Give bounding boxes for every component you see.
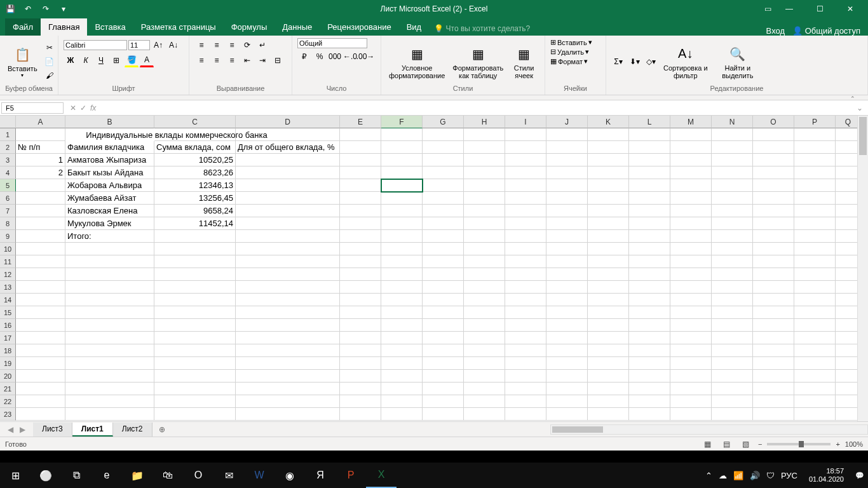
ribbon-options-icon[interactable]: ▭ — [764, 4, 771, 13]
cell-E11[interactable] — [340, 255, 381, 268]
row-header-4[interactable]: 4 — [0, 166, 16, 179]
align-right-icon[interactable]: ≡ — [225, 53, 239, 67]
cell-G1[interactable] — [423, 128, 464, 141]
cell-K16[interactable] — [588, 319, 629, 332]
cell-A8[interactable] — [16, 217, 65, 230]
share-button[interactable]: 👤 Общий доступ — [792, 26, 860, 36]
cell-F15[interactable] — [381, 306, 423, 319]
cancel-formula-icon[interactable]: ✕ — [70, 104, 76, 112]
cell-J22[interactable] — [546, 395, 588, 408]
taskbar-explorer-icon[interactable]: 📁 — [122, 463, 153, 488]
cell-A16[interactable] — [16, 319, 65, 332]
cell-N21[interactable] — [712, 383, 753, 395]
tab-insert[interactable]: Вставка — [87, 18, 133, 36]
cell-G16[interactable] — [423, 319, 464, 332]
cell-I6[interactable] — [505, 192, 546, 205]
cell-G7[interactable] — [423, 205, 464, 217]
cell-H19[interactable] — [464, 357, 505, 370]
cell-A15[interactable] — [16, 306, 65, 319]
cell-C12[interactable] — [154, 268, 236, 281]
cell-J4[interactable] — [546, 166, 588, 179]
tab-formulas[interactable]: Формулы — [224, 18, 275, 36]
cell-L12[interactable] — [629, 268, 670, 281]
cell-F22[interactable] — [381, 395, 423, 408]
cell-L14[interactable] — [629, 294, 670, 306]
cell-P2[interactable] — [794, 141, 836, 154]
cell-M14[interactable] — [670, 294, 712, 306]
cell-M4[interactable] — [670, 166, 712, 179]
cell-H14[interactable] — [464, 294, 505, 306]
wrap-text-button[interactable]: ↵ — [255, 38, 269, 52]
cell-O9[interactable] — [753, 230, 794, 243]
cell-M2[interactable] — [670, 141, 712, 154]
cell-M11[interactable] — [670, 255, 712, 268]
cell-F12[interactable] — [381, 268, 423, 281]
cell-H6[interactable] — [464, 192, 505, 205]
cell-D10[interactable] — [236, 243, 340, 255]
row-header-2[interactable]: 2 — [0, 141, 16, 154]
cell-H2[interactable] — [464, 141, 505, 154]
row-header-15[interactable]: 15 — [0, 306, 16, 319]
cell-N2[interactable] — [712, 141, 753, 154]
tab-review[interactable]: Рецензирование — [320, 18, 398, 36]
cell-J8[interactable] — [546, 217, 588, 230]
cell-O1[interactable] — [753, 128, 794, 141]
clear-button[interactable]: ◇▾ — [644, 55, 658, 69]
cell-C21[interactable] — [154, 383, 236, 395]
tray-wifi-icon[interactable]: 📶 — [733, 471, 743, 480]
cell-K4[interactable] — [588, 166, 629, 179]
tab-page-layout[interactable]: Разметка страницы — [133, 18, 224, 36]
format-painter-button[interactable]: 🖌 — [43, 69, 57, 83]
cell-O10[interactable] — [753, 243, 794, 255]
cell-G21[interactable] — [423, 383, 464, 395]
cell-E3[interactable] — [340, 154, 381, 166]
cell-M22[interactable] — [670, 395, 712, 408]
taskbar-clock[interactable]: 18:57 01.04.2020 — [805, 467, 848, 484]
cell-P15[interactable] — [794, 306, 836, 319]
row-header-11[interactable]: 11 — [0, 255, 16, 268]
minimize-button[interactable]: — — [776, 0, 802, 18]
cell-C17[interactable] — [154, 332, 236, 344]
cell-G13[interactable] — [423, 281, 464, 294]
row-header-9[interactable]: 9 — [0, 230, 16, 243]
cell-I7[interactable] — [505, 205, 546, 217]
cell-F3[interactable] — [381, 154, 423, 166]
cell-A9[interactable] — [16, 230, 65, 243]
merge-button[interactable]: ⊟ — [271, 53, 285, 67]
cell-F4[interactable] — [381, 166, 423, 179]
cell-C15[interactable] — [154, 306, 236, 319]
cell-F14[interactable] — [381, 294, 423, 306]
task-view-icon[interactable]: ⧉ — [61, 463, 92, 488]
cell-A1[interactable] — [16, 128, 65, 141]
cell-M6[interactable] — [670, 192, 712, 205]
cell-A13[interactable] — [16, 281, 65, 294]
cell-L4[interactable] — [629, 166, 670, 179]
cell-N7[interactable] — [712, 205, 753, 217]
cell-F8[interactable] — [381, 217, 423, 230]
row-header-18[interactable]: 18 — [0, 344, 16, 357]
cell-F20[interactable] — [381, 370, 423, 383]
cell-L1[interactable] — [629, 128, 670, 141]
cell-I1[interactable] — [505, 128, 546, 141]
cell-H7[interactable] — [464, 205, 505, 217]
cell-J12[interactable] — [546, 268, 588, 281]
cell-F16[interactable] — [381, 319, 423, 332]
cell-N20[interactable] — [712, 370, 753, 383]
cell-A3[interactable]: 1 — [16, 154, 65, 166]
cell-C20[interactable] — [154, 370, 236, 383]
cell-J17[interactable] — [546, 332, 588, 344]
cell-A21[interactable] — [16, 383, 65, 395]
col-header-I[interactable]: I — [505, 116, 546, 128]
cell-P10[interactable] — [794, 243, 836, 255]
format-cells-button[interactable]: ▦ Формат ▾ — [550, 57, 600, 65]
cell-N4[interactable] — [712, 166, 753, 179]
cell-P7[interactable] — [794, 205, 836, 217]
sheet-tab-Лист2[interactable]: Лист2 — [113, 423, 153, 437]
cell-O12[interactable] — [753, 268, 794, 281]
row-header-7[interactable]: 7 — [0, 205, 16, 217]
maximize-button[interactable]: ☐ — [807, 0, 832, 18]
orientation-icon[interactable]: ⟳ — [240, 38, 254, 52]
cell-J9[interactable] — [546, 230, 588, 243]
cell-G19[interactable] — [423, 357, 464, 370]
cell-J23[interactable] — [546, 408, 588, 421]
